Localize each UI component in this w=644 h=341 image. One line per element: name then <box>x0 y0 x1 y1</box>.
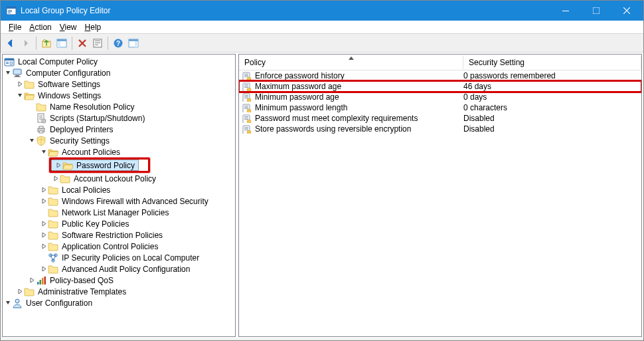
folder-icon <box>36 102 46 112</box>
tree-panel[interactable]: Local Computer Policy Computer Configura… <box>2 54 236 337</box>
tree-name-resolution-policy[interactable]: Name Resolution Policy <box>3 101 235 112</box>
network-icon <box>48 253 58 263</box>
menu-file[interactable]: File <box>5 21 25 33</box>
menu-view[interactable]: View <box>56 21 81 33</box>
svg-rect-12 <box>95 41 100 41</box>
svg-rect-2 <box>8 10 12 11</box>
tree-application-control-policies[interactable]: Application Control Policies <box>3 241 235 252</box>
tree-windows-settings[interactable]: Windows Settings <box>3 90 235 101</box>
tree-account-lockout-policy[interactable]: Account Lockout Policy <box>3 173 235 184</box>
show-hide-action-pane-button[interactable] <box>126 36 141 51</box>
chevron-right-icon[interactable] <box>52 175 60 183</box>
column-security-setting[interactable]: Security Setting <box>463 56 641 69</box>
tree-windows-firewall[interactable]: Windows Firewall with Advanced Security <box>3 195 235 207</box>
script-icon <box>36 113 46 124</box>
chevron-down-icon[interactable] <box>4 69 12 77</box>
policy-item-icon <box>242 72 252 80</box>
shield-icon <box>36 136 46 146</box>
printer-icon <box>36 124 46 135</box>
policy-row[interactable]: Store passwords using reversible encrypt… <box>239 124 641 134</box>
toolbar-separator <box>72 37 72 50</box>
show-hide-tree-button[interactable] <box>54 36 69 51</box>
tree-account-policies[interactable]: Account Policies <box>3 146 235 158</box>
policy-item-icon <box>242 114 252 123</box>
chevron-right-icon[interactable] <box>40 197 48 205</box>
policy-setting: 46 days <box>463 82 491 91</box>
policy-row[interactable]: Password must meet complexity requiremen… <box>239 113 641 124</box>
delete-button[interactable] <box>75 36 90 51</box>
tree-user-configuration[interactable]: User Configuration <box>3 297 235 308</box>
tree-advanced-audit-policy[interactable]: Advanced Audit Policy Configuration <box>3 263 235 275</box>
up-button[interactable] <box>39 36 54 51</box>
chevron-down-icon[interactable] <box>28 137 36 145</box>
title-bar: Local Group Policy Editor <box>1 1 643 21</box>
policy-name: Enforce password history <box>255 71 345 80</box>
close-button[interactable] <box>611 1 642 21</box>
tree-public-key-policies[interactable]: Public Key Policies <box>3 218 235 229</box>
tree-ip-security-policies[interactable]: IP Security Policies on Local Computer <box>3 252 235 263</box>
toolbar: ? <box>1 34 643 53</box>
menu-help[interactable]: Help <box>81 21 106 33</box>
policy-row[interactable]: Minimum password length0 characters <box>239 102 641 113</box>
chevron-right-icon[interactable] <box>40 231 48 239</box>
svg-rect-1 <box>7 7 16 9</box>
folder-icon <box>48 185 58 195</box>
policy-row[interactable]: Maximum password age46 days <box>239 81 641 92</box>
tree-network-list-manager-policies[interactable]: Network List Manager Policies <box>3 207 235 218</box>
tree-computer-configuration[interactable]: Computer Configuration <box>3 67 235 78</box>
details-panel[interactable]: Policy Security Setting Enforce password… <box>238 54 642 337</box>
chevron-right-icon[interactable] <box>54 162 62 170</box>
list-body: Enforce password history0 passwords reme… <box>239 70 641 134</box>
tree-software-settings[interactable]: Software Settings <box>3 78 235 90</box>
console-root-icon <box>4 57 15 67</box>
policy-row[interactable]: Minimum password age0 days <box>239 92 641 102</box>
svg-rect-18 <box>129 39 138 41</box>
chevron-right-icon[interactable] <box>40 186 48 194</box>
help-button[interactable]: ? <box>111 36 125 51</box>
chevron-right-icon[interactable] <box>40 243 48 251</box>
properties-button[interactable] <box>90 36 105 51</box>
tree-scripts[interactable]: Scripts (Startup/Shutdown) <box>3 112 235 124</box>
app-icon <box>6 5 17 16</box>
tree-policy-based-qos[interactable]: Policy-based QoS <box>3 275 235 286</box>
policy-item-icon <box>242 82 252 91</box>
policy-setting: Disabled <box>463 114 495 123</box>
chevron-down-icon[interactable] <box>40 148 48 156</box>
chevron-right-icon[interactable] <box>16 80 24 88</box>
back-button[interactable] <box>3 36 18 51</box>
policy-setting: 0 passwords remembered <box>463 71 556 80</box>
folder-open-icon <box>24 90 35 101</box>
tree-security-settings[interactable]: Security Settings <box>3 135 235 146</box>
policy-setting: 0 days <box>463 92 487 102</box>
svg-rect-3 <box>8 11 12 12</box>
column-policy[interactable]: Policy <box>239 56 463 69</box>
chevron-down-icon[interactable] <box>16 92 24 100</box>
tree-administrative-templates[interactable]: Administrative Templates <box>3 286 235 297</box>
tree-root[interactable]: Local Computer Policy <box>3 56 235 67</box>
folder-icon <box>48 241 58 252</box>
chevron-right-icon[interactable] <box>40 220 48 228</box>
svg-rect-5 <box>562 11 569 11</box>
qos-icon <box>36 275 46 286</box>
list-header: Policy Security Setting <box>239 55 641 70</box>
tree-software-restriction-policies[interactable]: Software Restriction Policies <box>3 229 235 241</box>
console-tree[interactable]: Local Computer Policy Computer Configura… <box>3 55 235 312</box>
svg-rect-6 <box>593 7 600 14</box>
window-title: Local Group Policy Editor <box>21 6 550 15</box>
tree-password-policy[interactable]: Password Policy <box>51 160 139 171</box>
sort-asc-icon <box>349 57 354 60</box>
policy-row[interactable]: Enforce password history0 passwords reme… <box>239 70 641 81</box>
chevron-right-icon[interactable] <box>16 288 24 296</box>
chevron-right-icon[interactable] <box>28 277 36 284</box>
maximize-button[interactable] <box>581 1 611 21</box>
chevron-down-icon[interactable] <box>4 299 12 307</box>
folder-icon <box>24 79 35 90</box>
forward-button[interactable] <box>19 36 33 51</box>
tree-deployed-printers[interactable]: Deployed Printers <box>3 124 235 135</box>
svg-text:?: ? <box>116 40 120 47</box>
minimize-button[interactable] <box>550 1 581 21</box>
policy-item-icon <box>242 93 252 102</box>
chevron-right-icon[interactable] <box>40 265 48 273</box>
menu-action[interactable]: Action <box>25 21 55 33</box>
tree-local-policies[interactable]: Local Policies <box>3 184 235 195</box>
